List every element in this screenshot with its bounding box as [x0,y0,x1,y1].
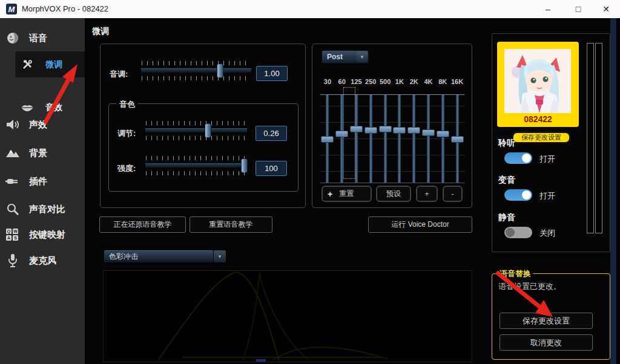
voice-doctor-button[interactable]: 运行 Voice Doctor [368,216,472,233]
sidebar-item-label: 按键映射 [29,229,65,241]
voice-sphere-icon [5,30,21,46]
app-logo-icon: M [6,4,17,15]
voice-replace-group: 语音替换 语音设置已更改。 保存更改设置 取消更改 [492,273,610,360]
adjust-label: 调节: [117,128,136,139]
eq-thumb[interactable] [437,131,449,137]
pitch-label: 音调: [110,69,128,80]
sidebar-item-plugins[interactable]: 插件 [0,171,85,192]
listen-toggle[interactable] [504,152,532,164]
freq-label: 2K [407,78,421,85]
eq-thumb[interactable] [350,126,363,132]
sidebar-item-key-mapping[interactable]: Q W A S 按键映射 [0,224,85,245]
eq-track [427,95,430,183]
voice-profile-card: 082422 保存更改设置 [497,42,579,127]
eq-band-1k[interactable] [392,90,407,186]
keyboard-keys-icon: Q W A S [5,227,21,242]
slider-track [145,163,248,168]
sidebar-item-voice-compare[interactable]: 声音对比 [0,198,85,220]
eq-thumb[interactable] [451,136,464,143]
vu-meter-left [587,43,594,233]
eq-sliders-area [320,90,464,186]
sidebar-item-sound-effects[interactable]: 声效 [0,114,85,135]
tick-marks [146,121,246,125]
eq-band-16k[interactable] [450,90,464,186]
eq-band-2k[interactable] [407,90,421,186]
close-button[interactable]: ✕ [592,0,620,18]
reset-lesson-button[interactable]: 重置语音教学 [190,216,272,233]
eq-band-250[interactable] [363,90,378,186]
sidebar-item-label: 背景 [29,148,47,159]
chevron-down-icon: ▼ [357,51,368,62]
timbre-group-title: 音色 [116,99,138,110]
sidebar-item-background[interactable]: 背景 [0,142,85,164]
profile-save-button[interactable]: 保存更改设置 [512,132,570,143]
tick-marks [142,61,251,65]
eq-add-button[interactable]: + [416,186,438,202]
mute-toggle[interactable] [504,227,532,238]
morph-toggle[interactable] [504,189,532,201]
eq-presets-button[interactable]: 预设 [376,186,411,202]
save-changes-button[interactable]: 保存更改设置 [500,313,593,329]
eq-track [384,95,387,183]
adjust-slider[interactable] [145,121,248,140]
eq-band-125[interactable] [349,90,364,186]
eq-preset-value: Post [322,53,357,61]
eq-reset-button[interactable]: + 重置 [322,186,372,202]
timbre-group: 音色 调节: 0.26 强度: 100 [108,103,298,192]
eq-thumb[interactable] [393,127,406,134]
sidebar-item-label: 音效 [45,102,62,113]
eq-band-500[interactable] [378,90,392,186]
speaker-icon [5,117,21,132]
strength-slider[interactable] [145,156,248,175]
pitch-value[interactable]: 1.00 [256,66,288,81]
slider-track [140,68,252,73]
toggle-knob [506,228,515,237]
eq-thumb[interactable] [321,136,334,143]
restore-lesson-button[interactable]: 正在还原语音教学 [99,216,186,233]
spectrum-visualizer [103,270,472,362]
adjust-value[interactable]: 0.26 [256,126,287,141]
freq-label: 16K [450,78,464,85]
vu-meter-right [595,43,602,233]
svg-text:A: A [7,236,10,240]
app-window: M MorphVOX Pro - 082422 – □ ✕ 语音 微调 音效 [0,0,620,364]
eq-thumb[interactable] [379,126,392,132]
mute-label: 静音 [498,212,515,223]
voice-replace-title: 语音替换 [497,268,533,279]
minimize-button[interactable]: – [534,0,562,18]
sidebar-item-voices[interactable]: 语音 [0,27,85,49]
sidebar-item-tweak[interactable]: 微调 [15,51,85,77]
window-edge [610,18,616,364]
voice-select-dropdown[interactable]: 色彩冲击 [104,250,213,262]
eq-thumb[interactable] [335,131,348,137]
tools-icon [19,57,35,73]
eq-thumb[interactable] [422,129,435,136]
eq-reset-label: 重置 [340,189,354,199]
pitch-slider[interactable] [140,61,252,80]
strength-value[interactable]: 100 [256,161,287,176]
eq-band-60[interactable] [335,90,349,186]
maximize-button[interactable]: □ [564,0,592,18]
plus-icon: + [328,189,332,199]
chevron-down-icon[interactable]: ▼ [214,250,226,262]
eq-band-4k[interactable] [421,90,436,186]
eq-preset-dropdown[interactable]: Post ▼ [322,50,369,63]
sidebar-item-microphone[interactable]: 麦克风 [0,250,85,271]
eq-band-8k[interactable] [435,90,450,186]
freq-label: 1K [392,78,407,85]
eq-band-30[interactable] [320,90,335,186]
magnifier-icon [5,201,21,217]
sidebar-item-label: 声效 [29,119,47,131]
morph-label: 变音 [498,175,515,186]
eq-remove-button[interactable]: - [443,186,463,202]
sidebar-item-label: 微调 [45,59,62,70]
cancel-changes-button[interactable]: 取消更改 [500,334,593,351]
avatar [504,49,571,113]
title-bar: M MorphVOX Pro - 082422 – □ ✕ [0,0,620,18]
voice-status-panel: 082422 保存更改设置 聆听 打开 变音 打开 静音 关闭 [492,33,610,252]
eq-frequency-labels: 30 60 125 250 500 1K 2K 4K 8K 16K [320,78,464,85]
eq-thumb[interactable] [407,127,420,134]
voice-profile-id: 082422 [497,114,579,124]
eq-thumb[interactable] [364,127,377,134]
sidebar-item-label: 插件 [29,176,47,187]
